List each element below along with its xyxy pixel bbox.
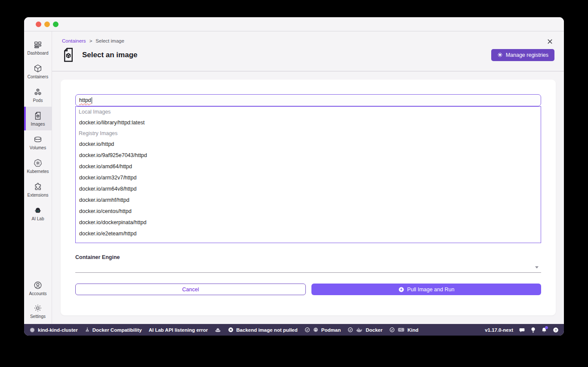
statusbar-kind[interactable]: Kind bbox=[386, 327, 422, 333]
cancel-label: Cancel bbox=[182, 287, 199, 293]
statusbar-backend-image[interactable]: Backend image not pulled bbox=[225, 327, 301, 333]
statusbar-ai-lab-error[interactable]: AI Lab API listening error bbox=[145, 327, 212, 333]
cancel-button[interactable]: Cancel bbox=[75, 284, 306, 295]
list-item[interactable]: docker.io/armhf/httpd bbox=[79, 194, 538, 206]
close-window-button[interactable] bbox=[36, 22, 41, 27]
local-images-header: Local Images bbox=[79, 107, 538, 117]
accounts-icon bbox=[33, 281, 43, 290]
close-icon bbox=[547, 39, 553, 44]
share-idea-button[interactable] bbox=[531, 327, 536, 333]
statusbar-label: kind-kind-cluster bbox=[38, 327, 78, 333]
list-item[interactable]: docker.io/9af925e7043/httpd bbox=[79, 150, 538, 161]
sidebar-item-kubernetes[interactable]: Kubernetes bbox=[24, 154, 52, 178]
podman-logo-icon bbox=[313, 327, 319, 333]
sidebar-item-label: Images bbox=[31, 122, 45, 126]
volumes-icon bbox=[33, 135, 43, 144]
container-engine-select[interactable] bbox=[75, 260, 541, 273]
ai-lab-robot-icon bbox=[33, 206, 43, 215]
sidebar-item-label: Dashboard bbox=[28, 51, 49, 56]
titlebar bbox=[24, 17, 564, 31]
sidebar-item-label: Volumes bbox=[30, 145, 46, 150]
check-circle-icon bbox=[348, 327, 353, 333]
list-item[interactable]: docker.io/arm32v7/httpd bbox=[79, 172, 538, 183]
breadcrumb: Containers > Select image bbox=[62, 38, 554, 43]
statusbar-label: Docker Compatibility bbox=[92, 327, 142, 333]
minimize-window-button[interactable] bbox=[44, 22, 50, 27]
manage-registries-label: Manage registries bbox=[506, 52, 548, 58]
chevron-down-icon bbox=[535, 266, 539, 268]
kind-logo-icon bbox=[397, 327, 405, 333]
statusbar-kind-cluster[interactable]: kind-kind-cluster bbox=[29, 327, 81, 333]
list-item[interactable]: docker.io/arm64v8/httpd bbox=[79, 183, 538, 194]
sidebar-item-label: Kubernetes bbox=[27, 169, 49, 174]
registry-images-header: Registry Images bbox=[79, 128, 538, 139]
gear-icon bbox=[33, 303, 43, 313]
kubernetes-icon bbox=[33, 158, 43, 168]
sidebar-item-label: Pods bbox=[33, 98, 43, 103]
app-window: Dashboard Containers Pods bbox=[24, 17, 564, 336]
list-item[interactable]: docker.io/e2eteam/httpd bbox=[79, 228, 538, 239]
list-item[interactable]: docker.io/amd64/httpd bbox=[79, 161, 538, 172]
check-circle-icon bbox=[305, 327, 310, 333]
page-header: Containers > Select image bbox=[52, 31, 564, 71]
select-image-card: httpd Local Images docker.io/library/htt… bbox=[61, 80, 556, 315]
sidebar-item-settings[interactable]: Settings bbox=[24, 299, 52, 322]
maximize-window-button[interactable] bbox=[53, 22, 58, 27]
statusbar-docker-compatibility[interactable]: Docker Compatibility bbox=[81, 327, 145, 333]
sidebar-item-label: AI Lab bbox=[32, 216, 44, 221]
image-search-value: httpd bbox=[79, 97, 91, 103]
help-icon: ? bbox=[553, 327, 559, 333]
content-area: httpd Local Images docker.io/library/htt… bbox=[52, 71, 564, 324]
sidebar-item-volumes[interactable]: Volumes bbox=[24, 130, 52, 154]
feedback-button[interactable] bbox=[519, 327, 525, 333]
statusbar-podman[interactable]: Podman bbox=[301, 327, 344, 333]
list-item[interactable]: docker.io/dockerpinata/httpd bbox=[79, 217, 538, 228]
app-version: v1.17.0-next bbox=[485, 327, 513, 333]
sidebar-item-label: Settings bbox=[30, 314, 46, 319]
sidebar-item-label: Containers bbox=[28, 74, 48, 79]
manage-registries-button[interactable]: Manage registries bbox=[491, 49, 554, 61]
list-item[interactable]: docker.io/centos/httpd bbox=[79, 206, 538, 217]
statusbar-label: Docker bbox=[366, 327, 382, 333]
sidebar-item-images[interactable]: Images bbox=[24, 107, 52, 130]
pods-icon bbox=[33, 87, 43, 97]
comment-icon bbox=[519, 327, 525, 333]
svg-text:?: ? bbox=[555, 328, 557, 332]
close-page-button[interactable] bbox=[544, 36, 555, 47]
check-circle-icon bbox=[389, 327, 395, 333]
gear-icon bbox=[497, 52, 503, 58]
sidebar-item-accounts[interactable]: Accounts bbox=[24, 277, 52, 299]
image-search-input[interactable]: httpd bbox=[75, 94, 541, 106]
dashboard-icon bbox=[33, 40, 43, 49]
breadcrumb-containers-link[interactable]: Containers bbox=[62, 38, 86, 43]
statusbar-docker[interactable]: Docker bbox=[344, 327, 386, 333]
notifications-button[interactable] bbox=[541, 327, 547, 333]
sidebar-item-extensions[interactable]: Extensions bbox=[24, 178, 52, 201]
page-title: Select an image bbox=[82, 51, 138, 59]
download-circle-icon bbox=[398, 287, 404, 293]
list-item[interactable]: docker.io/httpd bbox=[79, 139, 538, 150]
containers-icon bbox=[33, 64, 43, 73]
statusbar: kind-kind-cluster Docker Compatibility A… bbox=[24, 324, 564, 336]
puzzle-icon bbox=[33, 182, 43, 191]
image-suggestions-list: Local Images docker.io/library/httpd:lat… bbox=[75, 106, 541, 243]
statusbar-fedora-hat[interactable] bbox=[211, 327, 225, 333]
sidebar: Dashboard Containers Pods bbox=[24, 31, 52, 324]
sidebar-item-dashboard[interactable]: Dashboard bbox=[24, 36, 52, 59]
sidebar-item-containers[interactable]: Containers bbox=[24, 59, 52, 83]
kind-cluster-icon bbox=[29, 327, 35, 333]
list-item[interactable]: docker.io/futdrvt/httpd bbox=[79, 239, 538, 243]
lightbulb-icon bbox=[531, 327, 536, 333]
pull-image-and-run-label: Pull Image and Run bbox=[407, 287, 455, 293]
breadcrumb-current: Select image bbox=[95, 38, 124, 43]
list-item[interactable]: docker.io/library/httpd:latest bbox=[79, 117, 538, 128]
sidebar-spacer bbox=[24, 225, 52, 277]
sidebar-item-ai-lab[interactable]: AI Lab bbox=[24, 201, 52, 225]
statusbar-label: Kind bbox=[407, 327, 419, 333]
sidebar-item-label: Extensions bbox=[28, 193, 49, 197]
docker-whale-icon bbox=[356, 327, 363, 333]
pull-image-and-run-button[interactable]: Pull Image and Run bbox=[311, 284, 541, 295]
plug-icon bbox=[85, 327, 90, 333]
sidebar-item-pods[interactable]: Pods bbox=[24, 83, 52, 107]
help-button[interactable]: ? bbox=[553, 327, 559, 333]
